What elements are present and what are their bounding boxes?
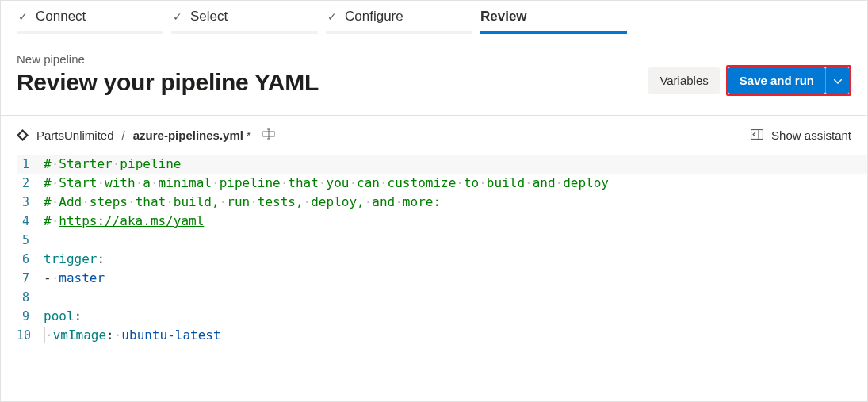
editor-line[interactable]: 4#·https://aka.ms/yaml	[17, 212, 867, 231]
code-content[interactable]: #·Starter·pipeline	[44, 155, 181, 174]
line-number: 9	[17, 307, 44, 326]
code-content[interactable]: -·master	[44, 269, 105, 288]
editor-line[interactable]: 8	[17, 288, 867, 307]
dirty-indicator: *	[247, 128, 251, 142]
line-number: 5	[17, 231, 44, 250]
line-number: 10	[17, 326, 44, 345]
checkmark-icon: ✓	[326, 10, 338, 23]
tab-label: Select	[190, 9, 228, 25]
code-content[interactable]: ·vmImage:·ubuntu-latest	[44, 326, 221, 345]
repo-name[interactable]: PartsUnlimited	[36, 128, 114, 142]
panel-collapse-icon	[751, 129, 763, 142]
title-block: New pipeline Review your pipeline YAML	[17, 52, 319, 96]
show-assistant-label: Show assistant	[771, 128, 851, 142]
code-content[interactable]: #·https://aka.ms/yaml	[44, 212, 204, 231]
show-assistant-button[interactable]: Show assistant	[751, 128, 851, 142]
save-and-run-button[interactable]: Save and run	[728, 67, 825, 94]
wizard-stepper: ✓ Connect ✓ Select ✓ Configure Review	[1, 1, 867, 32]
tab-configure[interactable]: ✓ Configure	[326, 1, 472, 31]
file-breadcrumb: PartsUnlimited / azure-pipelines.yml *	[17, 128, 275, 142]
variables-button[interactable]: Variables	[648, 67, 719, 94]
line-number: 1	[17, 155, 44, 174]
editor-line[interactable]: 7-·master	[17, 269, 867, 288]
line-number: 6	[17, 250, 44, 269]
breadcrumb: New pipeline	[17, 52, 319, 66]
tab-review[interactable]: Review	[480, 1, 627, 31]
editor-line[interactable]: 2#·Start·with·a·minimal·pipeline·that·yo…	[17, 174, 867, 193]
code-content[interactable]: #·Start·with·a·minimal·pipeline·that·you…	[44, 174, 609, 193]
rename-icon[interactable]	[262, 128, 275, 142]
file-toolbar: PartsUnlimited / azure-pipelines.yml * S…	[1, 116, 867, 155]
editor-line[interactable]: 10·vmImage:·ubuntu-latest	[17, 326, 867, 345]
line-number: 3	[17, 193, 44, 212]
tab-connect[interactable]: ✓ Connect	[17, 1, 163, 31]
code-content[interactable]: trigger:	[44, 250, 105, 269]
line-number: 7	[17, 269, 44, 288]
checkmark-icon: ✓	[171, 10, 184, 23]
save-and-run-dropdown[interactable]	[825, 67, 849, 94]
code-content[interactable]: #·Add·steps·that·build,·run·tests,·deplo…	[44, 193, 441, 212]
code-content[interactable]: pool:	[44, 307, 82, 326]
file-name[interactable]: azure-pipelines.yml	[133, 128, 243, 142]
breadcrumb-separator: /	[122, 128, 125, 142]
tab-label: Configure	[345, 9, 403, 25]
line-number: 8	[17, 288, 44, 307]
line-number: 2	[17, 174, 44, 193]
header-actions: Variables Save and run	[648, 65, 851, 96]
editor-line[interactable]: 3#·Add·steps·that·build,·run·tests,·depl…	[17, 193, 867, 212]
editor-line[interactable]: 9pool:	[17, 307, 867, 326]
page-header: New pipeline Review your pipeline YAML V…	[1, 32, 867, 116]
tab-label: Review	[480, 9, 527, 25]
editor-line[interactable]: 6trigger:	[17, 250, 867, 269]
save-and-run-highlight: Save and run	[726, 65, 851, 96]
line-number: 4	[17, 212, 44, 231]
chevron-down-icon	[834, 75, 842, 86]
checkmark-icon: ✓	[17, 10, 29, 23]
tab-label: Connect	[36, 9, 86, 25]
editor-line[interactable]: 5	[17, 231, 867, 250]
page-title: Review your pipeline YAML	[17, 69, 319, 96]
editor-line[interactable]: 1#·Starter·pipeline	[17, 155, 867, 174]
yaml-editor[interactable]: 1#·Starter·pipeline2#·Start·with·a·minim…	[1, 155, 867, 345]
tab-select[interactable]: ✓ Select	[171, 1, 318, 31]
repo-icon	[17, 129, 29, 141]
